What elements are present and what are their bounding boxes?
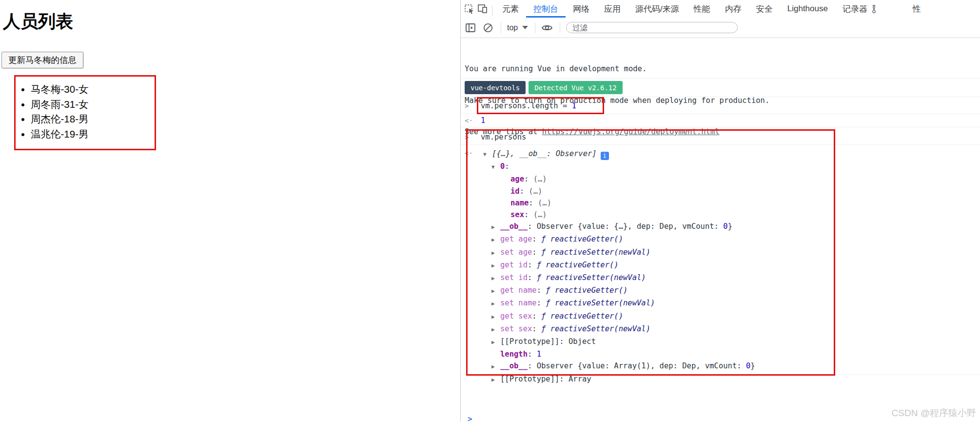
- tree-segment: get id: [500, 261, 528, 269]
- devtools-panel: 元素控制台网络应用源代码/来源性能内存安全Lighthouse记录器性 top: [460, 0, 980, 422]
- expand-arrow-icon[interactable]: ▶: [491, 311, 500, 323]
- console-entry-divider: [461, 97, 980, 97]
- tree-segment: 0: [723, 222, 727, 231]
- tree-segment: :: [528, 273, 537, 282]
- expand-arrow-icon[interactable]: ▶: [491, 247, 500, 259]
- tree-segment: ƒ reactiveGetter(): [546, 286, 627, 295]
- console-result-arrow-icon: <·: [465, 115, 473, 127]
- tree-segment: set sex: [500, 324, 532, 333]
- console-input-entry: > vm.persons.length = 1: [461, 98, 980, 114]
- expand-arrow-icon[interactable]: ▶: [491, 234, 500, 246]
- tab-label: 记录器: [843, 3, 867, 15]
- tree-segment: : Object: [559, 337, 596, 346]
- tree-segment: get name: [500, 286, 537, 295]
- javascript-context-selector[interactable]: top: [507, 23, 528, 32]
- tree-row: ▶get age: ƒ reactiveGetter(): [461, 233, 980, 246]
- person-list-item: 马冬梅-30-女: [31, 82, 155, 97]
- tree-segment: ƒ reactiveGetter(): [537, 261, 619, 269]
- tree-segment: :: [528, 350, 537, 359]
- tree-row: ▶get id: ƒ reactiveGetter(): [461, 259, 980, 272]
- tab-label: 源代码/来源: [635, 3, 679, 15]
- console-entry-divider: [461, 78, 980, 79]
- tree-row: ▶set name: ƒ reactiveSetter(newVal): [461, 297, 980, 310]
- expand-arrow-icon[interactable]: ▶: [491, 285, 500, 297]
- console-result-arrow-icon: <·: [465, 149, 473, 157]
- console-toolbar: top: [461, 18, 980, 38]
- tree-segment: sex: [510, 210, 524, 219]
- console-entry-divider: [461, 127, 980, 127]
- expand-arrow-icon[interactable]: ▶: [491, 273, 500, 284]
- expand-arrow-icon[interactable]: ▶: [491, 221, 500, 233]
- collapse-arrow-icon[interactable]: ▼: [491, 161, 500, 173]
- console-object-tree: <· ▼[{…}, __ob__: Observer]i▼0:age: (…)i…: [461, 148, 980, 386]
- devtools-tab-性能[interactable]: 性能: [686, 0, 718, 18]
- vue-devtools-badge: vue-devtools: [465, 81, 526, 94]
- tree-segment: :: [524, 175, 533, 183]
- person-list: 马冬梅-30-女周冬雨-31-女周杰伦-18-男温兆伦-19-男: [16, 82, 155, 141]
- expand-arrow-icon[interactable]: ▶: [491, 337, 500, 348]
- devtools-tab-控制台[interactable]: 控制台: [526, 0, 566, 18]
- console-input-text[interactable]: vm.persons: [481, 130, 526, 144]
- collapse-arrow-icon[interactable]: ▼: [483, 149, 492, 161]
- toggle-device-toolbar-button[interactable]: [477, 3, 489, 15]
- console-input-chevron-icon: >: [465, 130, 469, 144]
- tree-segment: :: [532, 312, 541, 321]
- devtools-tabbar-icons: [461, 0, 495, 18]
- tree-segment: 1: [537, 350, 541, 359]
- console-filter-input[interactable]: [566, 22, 738, 33]
- show-console-sidebar-button[interactable]: [465, 22, 476, 34]
- info-badge-icon[interactable]: i: [601, 152, 609, 160]
- tree-segment: }: [728, 222, 732, 231]
- tree-segment: :: [537, 286, 546, 295]
- detected-vue-badge: Detected Vue v2.6.12: [529, 81, 623, 94]
- inspect-icon: [464, 4, 474, 14]
- page-title: 人员列表: [3, 10, 73, 34]
- expand-arrow-icon[interactable]: ▶: [491, 361, 500, 373]
- tree-segment: get sex: [500, 312, 532, 321]
- create-live-expression-button[interactable]: [541, 22, 553, 34]
- clear-console-icon: [483, 22, 493, 33]
- console-input-entry: > vm.persons: [461, 130, 980, 144]
- experiment-flask-icon: [870, 5, 878, 13]
- tree-segment: }: [750, 362, 755, 370]
- expand-arrow-icon[interactable]: ▶: [491, 324, 500, 336]
- devtools-tab-源代码/来源[interactable]: 源代码/来源: [628, 0, 686, 18]
- tab-label: 应用: [604, 3, 621, 15]
- devtools-tab-内存[interactable]: 内存: [718, 0, 749, 18]
- devtools-tab-元素[interactable]: 元素: [495, 0, 526, 18]
- tree-segment: get age: [500, 235, 532, 243]
- devtools-tab-安全[interactable]: 安全: [749, 0, 780, 18]
- expand-arrow-icon[interactable]: ▶: [491, 298, 500, 310]
- tree-segment: : Array: [559, 375, 591, 383]
- tree-segment: id: [510, 187, 520, 196]
- console-entry-divider: [461, 144, 980, 145]
- inspect-element-button[interactable]: [463, 3, 475, 15]
- tree-segment: 0: [500, 162, 505, 171]
- tree-segment: [{…}, __ob__: Observer]: [492, 149, 597, 158]
- console-output: You are running Vue in development mode.…: [461, 38, 980, 422]
- update-person-button[interactable]: 更新马冬梅的信息: [1, 52, 83, 68]
- expand-arrow-icon[interactable]: ▶: [491, 260, 500, 272]
- console-input-text[interactable]: vm.persons.length = 1: [481, 98, 576, 114]
- devtools-tab-记录器[interactable]: 记录器: [835, 0, 885, 18]
- devtools-tab-应用[interactable]: 应用: [597, 0, 628, 18]
- tree-row: ▶set id: ƒ reactiveSetter(newVal): [461, 272, 980, 284]
- tree-segment: :: [505, 162, 509, 171]
- devtools-tab-性[interactable]: 性: [905, 0, 928, 18]
- tree-row: ▶set sex: ƒ reactiveSetter(newVal): [461, 323, 980, 336]
- tree-row: ▶[[Prototype]]: Object: [461, 336, 980, 348]
- tree-segment: ƒ reactiveGetter(): [541, 312, 623, 321]
- devtools-tab-Lighthouse[interactable]: Lighthouse: [780, 0, 835, 18]
- tree-segment: :: [529, 199, 538, 207]
- expand-arrow-icon[interactable]: ▶: [491, 374, 500, 386]
- devtools-tab-网络[interactable]: 网络: [566, 0, 597, 18]
- clear-console-button[interactable]: [482, 22, 494, 34]
- tab-label: 内存: [725, 3, 742, 15]
- tree-segment: : Observer {value: Array(1), dep: Dep, v…: [528, 362, 746, 370]
- tree-row: ▶__ob__: Observer {value: {…}, dep: Dep,…: [461, 221, 980, 233]
- tree-segment: set age: [500, 248, 532, 257]
- tree-segment: :: [528, 261, 537, 269]
- tree-segment: :: [532, 235, 541, 243]
- console-prompt-chevron-icon[interactable]: >: [468, 414, 472, 422]
- tree-segment: (…): [533, 210, 547, 219]
